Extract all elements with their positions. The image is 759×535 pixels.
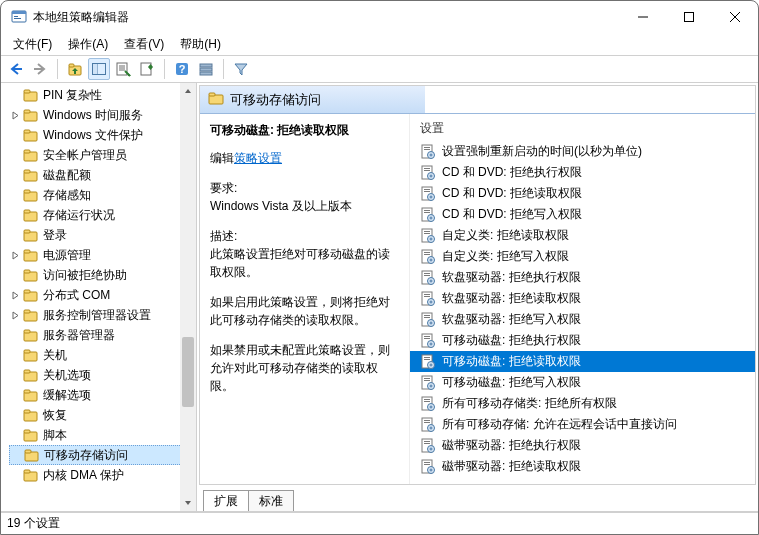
setting-item[interactable]: 软盘驱动器: 拒绝执行权限 — [410, 267, 755, 288]
maximize-button[interactable] — [666, 2, 712, 32]
svg-rect-116 — [424, 315, 430, 316]
svg-rect-123 — [424, 338, 430, 339]
properties-button[interactable] — [112, 58, 134, 80]
tree-item[interactable]: 服务器管理器 — [9, 325, 194, 345]
menu-action[interactable]: 操作(A) — [62, 34, 114, 55]
setting-label: 磁带驱动器: 拒绝执行权限 — [442, 437, 581, 454]
tree-item-label: 脚本 — [41, 427, 67, 444]
setting-item[interactable]: 自定义类: 拒绝写入权限 — [410, 246, 755, 267]
tree-scrollbar[interactable] — [180, 83, 196, 511]
setting-item[interactable]: 可移动磁盘: 拒绝写入权限 — [410, 372, 755, 393]
svg-rect-162 — [431, 468, 432, 471]
tree-item[interactable]: 电源管理 — [9, 245, 194, 265]
expand-icon[interactable] — [9, 291, 21, 300]
scroll-track[interactable] — [180, 99, 196, 495]
setting-item[interactable]: 自定义类: 拒绝读取权限 — [410, 225, 755, 246]
menu-help[interactable]: 帮助(H) — [174, 34, 227, 55]
tree-item[interactable]: 登录 — [9, 225, 194, 245]
tree-item[interactable]: 关机选项 — [9, 365, 194, 385]
tree-item-label: 磁盘配额 — [41, 167, 91, 184]
tree-item[interactable]: 访问被拒绝协助 — [9, 265, 194, 285]
menu-view[interactable]: 查看(V) — [118, 34, 170, 55]
setting-item[interactable]: 可移动磁盘: 拒绝读取权限 — [410, 351, 755, 372]
svg-rect-72 — [431, 153, 432, 156]
tree-pane[interactable]: PIN 复杂性Windows 时间服务Windows 文件保护安全帐户管理员磁盘… — [1, 83, 197, 512]
svg-rect-138 — [431, 384, 432, 387]
back-button[interactable] — [5, 58, 27, 80]
tree-item[interactable]: 恢复 — [9, 405, 194, 425]
edit-policy-link[interactable]: 策略设置 — [234, 151, 282, 165]
tree-item[interactable]: Windows 时间服务 — [9, 105, 194, 125]
svg-rect-108 — [431, 279, 432, 282]
folder-icon — [23, 387, 39, 403]
setting-item[interactable]: 设置强制重新启动的时间(以秒为单位) — [410, 141, 755, 162]
toolbar-sep-3 — [223, 59, 224, 79]
setting-item[interactable]: 所有可移动存储: 允许在远程会话中直接访问 — [410, 414, 755, 435]
svg-rect-141 — [424, 401, 430, 402]
tree-item[interactable]: 分布式 COM — [9, 285, 194, 305]
svg-rect-54 — [24, 370, 30, 373]
svg-rect-58 — [24, 410, 30, 413]
setting-item[interactable]: CD 和 DVD: 拒绝写入权限 — [410, 204, 755, 225]
svg-rect-60 — [24, 430, 30, 433]
svg-rect-104 — [424, 273, 430, 274]
svg-rect-147 — [424, 422, 430, 423]
setting-item[interactable]: 软盘驱动器: 拒绝写入权限 — [410, 309, 755, 330]
tree-item[interactable]: 磁盘配额 — [9, 165, 194, 185]
scroll-down-icon[interactable] — [180, 495, 196, 511]
tree-item[interactable]: 安全帐户管理员 — [9, 145, 194, 165]
setting-item[interactable]: CD 和 DVD: 拒绝执行权限 — [410, 162, 755, 183]
setting-item[interactable]: 可移动磁盘: 拒绝执行权限 — [410, 330, 755, 351]
folder-icon — [23, 407, 39, 423]
tree-item[interactable]: 内核 DMA 保护 — [9, 465, 194, 485]
scroll-thumb[interactable] — [182, 337, 194, 407]
tree-item-label: 关机选项 — [41, 367, 91, 384]
svg-rect-28 — [24, 110, 30, 113]
minimize-button[interactable] — [620, 2, 666, 32]
setting-item[interactable]: CD 和 DVD: 拒绝读取权限 — [410, 183, 755, 204]
setting-item[interactable]: 磁带驱动器: 拒绝执行权限 — [410, 435, 755, 456]
forward-button[interactable] — [29, 58, 51, 80]
setting-item[interactable]: 磁带驱动器: 拒绝读取权限 — [410, 456, 755, 477]
svg-rect-30 — [24, 130, 30, 133]
tree-item[interactable]: 服务控制管理器设置 — [9, 305, 194, 325]
tree-item[interactable]: 缓解选项 — [9, 385, 194, 405]
svg-rect-126 — [431, 342, 432, 345]
options-button[interactable] — [195, 58, 217, 80]
tree-item[interactable]: PIN 复杂性 — [9, 85, 194, 105]
tree-item[interactable]: 关机 — [9, 345, 194, 365]
filter-button[interactable] — [230, 58, 252, 80]
export-button[interactable] — [136, 58, 158, 80]
titlebar: 本地组策略编辑器 — [1, 1, 758, 33]
description-text-2: 如果启用此策略设置，则将拒绝对此可移动存储类的读取权限。 — [210, 293, 399, 329]
folder-icon — [23, 287, 39, 303]
setting-item[interactable]: 所有可移动存储类: 拒绝所有权限 — [410, 393, 755, 414]
settings-column-header[interactable]: 设置 — [410, 114, 755, 141]
svg-rect-159 — [424, 464, 430, 465]
svg-rect-48 — [24, 310, 30, 313]
svg-rect-40 — [24, 230, 30, 233]
setting-item[interactable]: 软盘驱动器: 拒绝读取权限 — [410, 288, 755, 309]
close-button[interactable] — [712, 2, 758, 32]
setting-label: 软盘驱动器: 拒绝写入权限 — [442, 311, 581, 328]
tab-standard[interactable]: 标准 — [248, 490, 294, 512]
menu-file[interactable]: 文件(F) — [7, 34, 58, 55]
tree-item[interactable]: 存储感知 — [9, 185, 194, 205]
help-button[interactable]: ? — [171, 58, 193, 80]
tree-item-label: 恢复 — [41, 407, 67, 424]
expand-icon[interactable] — [9, 311, 21, 320]
tree-item[interactable]: 存储运行状况 — [9, 205, 194, 225]
show-tree-button[interactable] — [88, 58, 110, 80]
tree-item[interactable]: 可移动存储访问 — [9, 445, 194, 465]
tree-item[interactable]: 脚本 — [9, 425, 194, 445]
tab-extended[interactable]: 扩展 — [203, 490, 249, 512]
scroll-up-icon[interactable] — [180, 83, 196, 99]
expand-icon[interactable] — [9, 111, 21, 120]
up-button[interactable] — [64, 58, 86, 80]
svg-rect-87 — [424, 212, 430, 213]
selected-policy-title: 可移动磁盘: 拒绝读取权限 — [210, 122, 399, 139]
svg-rect-110 — [424, 294, 430, 295]
expand-icon[interactable] — [9, 251, 21, 260]
tree-item[interactable]: Windows 文件保护 — [9, 125, 194, 145]
toolbar-sep — [57, 59, 58, 79]
